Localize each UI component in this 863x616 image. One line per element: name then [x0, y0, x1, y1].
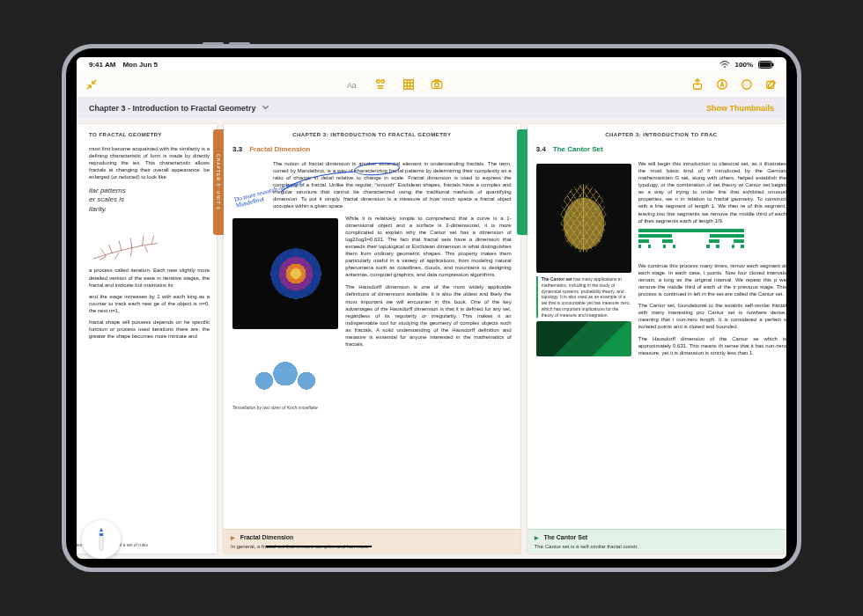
footer-line: The Cantor set is a self-similar fractal…: [535, 543, 786, 550]
section-number: 3.4: [536, 145, 546, 155]
running-head: TO FRACTAL GEOMETRY: [89, 131, 210, 138]
body-text: The Cantor set, foundational to the esta…: [638, 302, 786, 330]
page-right[interactable]: CHAPTER 3: INTRODUCTION TO FRAC 3.4 The …: [527, 124, 786, 554]
page-tab: CHAPTER 3: UNIT 3: [213, 129, 224, 235]
body-text: a process called iteration. Each new sli…: [89, 267, 210, 288]
app-toolbar: Aa: [77, 71, 786, 98]
pull-quote: ilar patterns er scales is ilarity.: [89, 187, 210, 215]
svg-rect-16: [100, 533, 103, 536]
image-caption: Tessellation by two sizes of Koch snowfl…: [232, 405, 338, 411]
cantor-diagram: [638, 229, 744, 259]
page-left[interactable]: CHAPTER 3: UNIT 2 TO FRACTAL GEOMETRY mu…: [77, 124, 217, 554]
section-title: The Cantor Set: [553, 145, 603, 155]
section-footer: ▶ Fractal Dimension In general, a fracta…: [224, 529, 520, 554]
show-thumbnails-button[interactable]: Show Thumbnails: [706, 104, 774, 113]
play-icon: ▶: [535, 535, 539, 540]
body-text: We will begin this introduction to class…: [638, 160, 786, 224]
play-icon: ▶: [231, 535, 235, 540]
footer-title: Fractal Dimension: [240, 534, 294, 540]
svg-point-13: [746, 84, 747, 84]
body-text: The Hausdorff dimension is one of the mo…: [345, 283, 511, 348]
section-footer: ▶ The Cantor Set The Cantor set is a sel…: [527, 529, 786, 554]
apple-pencil-button[interactable]: [82, 520, 121, 559]
running-head: CHAPTER 3: INTRODUCTION TO FRACTAL GEOME…: [232, 131, 512, 138]
body-text: While it is relatively simple to compreh…: [345, 215, 511, 279]
footer-title: The Cantor Set: [543, 534, 587, 540]
section-number: 3.3: [232, 145, 242, 155]
running-head: CHAPTER 3: INTRODUCTION TO FRAC: [536, 131, 786, 138]
svg-point-12: [744, 84, 745, 84]
ipad-bezel: 9:41 AM Mon Jun 5 100% Aa: [66, 48, 797, 568]
body-text: must first become acquainted with the si…: [89, 145, 210, 180]
chapter-bar: Chapter 3 - Introduction to Fractal Geom…: [77, 98, 786, 119]
table-icon[interactable]: [402, 78, 415, 91]
pages-scroll[interactable]: CHAPTER 3: UNIT 2 TO FRACTAL GEOMETRY mu…: [77, 119, 786, 559]
chevron-down-icon[interactable]: [262, 104, 269, 114]
svg-text:Aa: Aa: [347, 80, 357, 89]
section-title: Fractal Dimension: [249, 145, 310, 155]
page-tab: [517, 129, 527, 235]
text-style-icon[interactable]: Aa: [346, 78, 358, 91]
battery-icon: [758, 61, 774, 69]
twig-illustration: [80, 220, 210, 268]
status-time: 9:41 AM: [89, 61, 115, 69]
svg-rect-1: [760, 62, 771, 67]
tessellation-image: [232, 333, 338, 401]
highlighter-icon[interactable]: [374, 78, 387, 91]
svg-rect-6: [404, 79, 414, 89]
share-icon[interactable]: [691, 78, 704, 91]
collapse-icon[interactable]: [85, 78, 98, 91]
body-text: We continue this process many times, rem…: [638, 262, 786, 297]
more-icon[interactable]: [741, 78, 753, 91]
ipad-frame: 9:41 AM Mon Jun 5 100% Aa: [62, 44, 801, 572]
body-text: and the stage increases by 1 with each k…: [89, 293, 210, 314]
svg-rect-2: [772, 62, 774, 66]
leaf-image: [536, 164, 631, 273]
fractal-image: [232, 218, 338, 329]
ink-strikethrough: [266, 542, 372, 547]
camera-icon[interactable]: [431, 78, 443, 91]
svg-point-5: [381, 79, 385, 83]
svg-point-14: [749, 84, 749, 84]
page-center[interactable]: CHAPTER 3: UNIT 3 CHAPTER 3: INTRODUCTIO…: [224, 124, 520, 554]
sidenote-body: has many applications in mathematics, in…: [542, 276, 631, 318]
body-text: The Hausdorff dimension of the Cantor se…: [638, 335, 786, 356]
chapter-title[interactable]: Chapter 3 - Introduction to Fractal Geom…: [89, 104, 256, 113]
wifi-icon: [719, 61, 730, 69]
status-date: Mon Jun 5: [122, 61, 158, 69]
body-text: fractal shape will possess depends on he…: [89, 319, 210, 340]
markup-icon[interactable]: [716, 78, 728, 91]
svg-point-8: [435, 83, 439, 86]
sidenote-title: The Cantor set: [542, 276, 572, 282]
svg-point-4: [377, 79, 380, 83]
compose-icon[interactable]: [765, 78, 778, 91]
status-bar: 9:41 AM Mon Jun 5 100%: [77, 57, 786, 71]
battery-percent: 100%: [735, 61, 753, 69]
screen: 9:41 AM Mon Jun 5 100% Aa: [77, 57, 786, 559]
sidebar-note: The Cantor set has many applications in …: [536, 276, 631, 318]
leaf-closeup-image: [536, 321, 631, 356]
